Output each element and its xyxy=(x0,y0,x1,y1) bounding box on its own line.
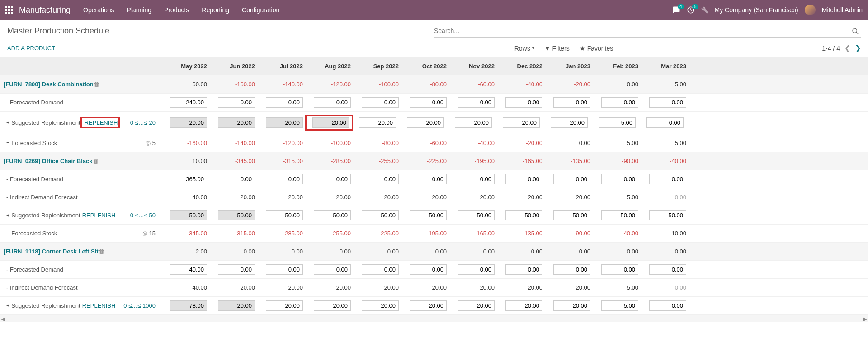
cell-input[interactable] xyxy=(553,97,590,108)
delete-icon[interactable]: 🗑 xyxy=(94,81,99,88)
delete-icon[interactable]: 🗑 xyxy=(99,248,104,255)
rows-button[interactable]: Rows ▾ xyxy=(514,45,534,52)
product-name[interactable]: [FURN_0269] Office Chair Black xyxy=(4,158,93,164)
cell-input[interactable] xyxy=(218,264,255,275)
cell-input[interactable] xyxy=(362,174,399,184)
cell-input[interactable] xyxy=(170,174,207,184)
cell-input[interactable] xyxy=(649,174,686,184)
cell-input[interactable] xyxy=(646,117,684,128)
cell-input[interactable] xyxy=(458,300,495,311)
scroll-right-icon[interactable]: ▶ xyxy=(863,316,867,322)
nav-products[interactable]: Products xyxy=(164,6,189,14)
cell-input[interactable] xyxy=(505,300,542,311)
filters-button[interactable]: ▼ Filters xyxy=(544,45,570,52)
cell-input[interactable] xyxy=(314,264,351,275)
cell-input[interactable] xyxy=(601,300,638,311)
cell-input[interactable] xyxy=(218,300,255,311)
cell-input[interactable] xyxy=(599,117,636,128)
cell-input[interactable] xyxy=(553,174,590,184)
user-name[interactable]: Mitchell Admin xyxy=(822,6,863,14)
cell-input[interactable] xyxy=(170,97,207,108)
cell-input[interactable] xyxy=(649,210,686,220)
cell-input[interactable] xyxy=(505,210,542,220)
cell-input[interactable] xyxy=(266,117,303,128)
cell-input[interactable] xyxy=(170,300,207,311)
messaging-icon[interactable]: 4 xyxy=(672,6,680,14)
cell-input[interactable] xyxy=(407,117,444,128)
product-name[interactable]: [FURN_7800] Desk Combination xyxy=(4,81,94,88)
cell-input[interactable] xyxy=(266,174,303,184)
cell-input[interactable] xyxy=(266,264,303,275)
cell-input[interactable] xyxy=(551,117,588,128)
horizontal-scrollbar[interactable]: ◀ ▶ xyxy=(0,315,868,322)
cell-input[interactable] xyxy=(218,174,255,184)
cell-input[interactable] xyxy=(362,300,399,311)
cell-input[interactable] xyxy=(458,174,495,184)
cell-input[interactable] xyxy=(359,117,396,128)
cell-input[interactable] xyxy=(218,117,255,128)
cell-input[interactable] xyxy=(455,117,492,128)
cell-input[interactable] xyxy=(314,97,351,108)
cell-input[interactable] xyxy=(601,174,638,184)
cell-input[interactable] xyxy=(410,97,447,108)
replenish-button[interactable]: REPLENISH xyxy=(82,212,116,219)
cell-input[interactable] xyxy=(218,97,255,108)
cell-input[interactable] xyxy=(170,210,207,220)
cell-input[interactable] xyxy=(505,264,542,275)
cell-input[interactable] xyxy=(362,97,399,108)
search-input[interactable] xyxy=(434,24,861,37)
replenish-button[interactable]: REPLENISH xyxy=(85,119,118,126)
cell-input[interactable] xyxy=(410,264,447,275)
cell-input[interactable] xyxy=(505,174,542,184)
target-icon[interactable]: ◎ xyxy=(146,140,151,146)
cell-input[interactable] xyxy=(458,97,495,108)
cell-input[interactable] xyxy=(410,300,447,311)
debug-icon[interactable] xyxy=(701,6,708,14)
company-selector[interactable]: My Company (San Francisco) xyxy=(715,6,798,14)
cell-input[interactable] xyxy=(458,264,495,275)
cell-input[interactable] xyxy=(553,264,590,275)
pager-prev[interactable]: ❮ xyxy=(844,44,850,52)
nav-configuration[interactable]: Configuration xyxy=(242,6,279,14)
cell-input[interactable] xyxy=(170,117,207,128)
cell-input[interactable] xyxy=(314,174,351,184)
nav-reporting[interactable]: Reporting xyxy=(202,6,229,14)
cell-input[interactable] xyxy=(649,300,686,311)
target-icon[interactable]: ◎ xyxy=(142,230,147,237)
cell-input[interactable] xyxy=(601,97,638,108)
activity-icon[interactable]: 5 xyxy=(687,6,695,14)
nav-planning[interactable]: Planning xyxy=(127,6,152,14)
cell-input[interactable] xyxy=(458,210,495,220)
cell-input[interactable] xyxy=(410,174,447,184)
cell-input[interactable] xyxy=(170,264,207,275)
cell-input[interactable] xyxy=(266,300,303,311)
app-brand[interactable]: Manufacturing xyxy=(19,5,71,15)
pager-next[interactable]: ❯ xyxy=(855,44,861,52)
cell-input[interactable] xyxy=(266,97,303,108)
favorites-button[interactable]: ★ Favorites xyxy=(580,45,613,52)
scroll-left-icon[interactable]: ◀ xyxy=(1,316,5,322)
cell-input[interactable] xyxy=(505,97,542,108)
cell-input[interactable] xyxy=(503,117,540,128)
cell-input[interactable] xyxy=(314,210,351,220)
add-product-button[interactable]: ADD A PRODUCT xyxy=(7,45,55,52)
product-name[interactable]: [FURN_1118] Corner Desk Left Sit xyxy=(4,248,99,255)
cell-input[interactable] xyxy=(553,210,590,220)
cell-input[interactable] xyxy=(362,210,399,220)
cell-input[interactable] xyxy=(314,300,351,311)
search-icon[interactable] xyxy=(852,27,859,35)
user-avatar[interactable] xyxy=(805,5,816,15)
nav-operations[interactable]: Operations xyxy=(83,6,114,14)
cell-input[interactable] xyxy=(649,264,686,275)
delete-icon[interactable]: 🗑 xyxy=(93,158,99,164)
cell-input[interactable] xyxy=(649,97,686,108)
cell-input[interactable] xyxy=(553,300,590,311)
cell-input[interactable] xyxy=(601,264,638,275)
cell-input[interactable] xyxy=(218,210,255,220)
cell-input[interactable] xyxy=(312,117,349,128)
replenish-button[interactable]: REPLENISH xyxy=(82,302,116,309)
cell-input[interactable] xyxy=(362,264,399,275)
cell-input[interactable] xyxy=(601,210,638,220)
apps-icon[interactable] xyxy=(5,6,13,14)
cell-input[interactable] xyxy=(266,210,303,220)
